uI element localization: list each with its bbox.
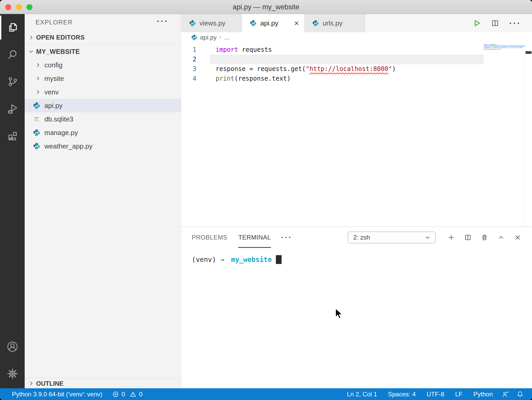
window-title: api.py — my_website — [0, 0, 532, 14]
status-bar: Python 3.9.0 64-bit ('venv': venv) 0 0 L… — [0, 388, 532, 400]
tab-label: urls.py — [323, 19, 343, 27]
code-line-1: 1 import requests — [181, 45, 532, 55]
folder-config[interactable]: config — [25, 58, 181, 72]
warning-icon — [130, 391, 136, 398]
files-icon — [7, 22, 18, 33]
split-editor-button[interactable] — [491, 19, 499, 27]
bottom-panel: PROBLEMS TERMINAL ··· 2: zsh — [181, 227, 532, 388]
python-icon — [191, 34, 197, 41]
tab-label: api.py — [260, 19, 278, 27]
error-squiggle-url: http://localhost:8000 — [309, 65, 388, 73]
tab-api-py[interactable]: api.py × — [242, 14, 304, 32]
activity-extensions[interactable] — [0, 122, 25, 149]
terminal-arrow: → — [220, 256, 224, 263]
open-editors-section[interactable]: OPEN EDITORS — [25, 30, 181, 45]
python-icon — [189, 20, 196, 27]
tab-urls-py[interactable]: urls.py — [304, 14, 365, 32]
minimap[interactable]: import requests response = requests.get(… — [484, 44, 525, 50]
chevron-right-icon — [35, 76, 41, 81]
indentation-status[interactable]: Spaces: 4 — [383, 391, 421, 398]
run-file-button[interactable] — [473, 19, 481, 27]
outline-section[interactable]: OUTLINE — [25, 378, 181, 388]
folder-venv[interactable]: venv — [25, 85, 181, 99]
terminal-shell-select[interactable]: 2: zsh — [348, 231, 436, 243]
close-tab-icon[interactable]: × — [294, 19, 299, 27]
file-weather-app-py[interactable]: weather_app.py — [25, 139, 181, 153]
activity-explorer[interactable] — [0, 14, 25, 41]
code-line-3: 3 response = requests.get("http://localh… — [181, 64, 532, 74]
problems-status[interactable]: 0 0 — [112, 391, 143, 398]
vscode-window: api.py — my_website — [0, 0, 532, 400]
chevron-right-icon — [28, 380, 34, 386]
terminal-cursor — [276, 255, 282, 264]
breadcrumb-file[interactable]: api.py — [200, 34, 217, 41]
language-mode-status[interactable]: Python — [468, 391, 498, 398]
activity-bar — [0, 14, 25, 388]
terminal-cwd: my_website — [231, 256, 272, 263]
bell-icon[interactable] — [513, 390, 527, 398]
terminal-prompt[interactable]: (venv) → my_website — [192, 255, 532, 264]
kill-terminal-button[interactable] — [481, 234, 488, 241]
file-manage-py[interactable]: manage.py — [25, 126, 181, 139]
terminal-venv: (venv) — [192, 256, 216, 263]
new-terminal-button[interactable] — [447, 234, 455, 241]
code-line-4: 4 print(response.text) — [181, 74, 532, 83]
overview-ruler-marker — [526, 51, 531, 54]
error-icon — [112, 391, 119, 398]
line-number: 2 — [181, 55, 196, 64]
tab-bar: views.py api.py × — [181, 14, 532, 32]
database-file-icon — [33, 115, 40, 123]
mouse-cursor — [333, 308, 344, 320]
python-icon — [33, 143, 40, 150]
tab-terminal[interactable]: TERMINAL — [238, 227, 271, 248]
python-icon — [250, 20, 257, 27]
chevron-down-icon — [424, 234, 431, 241]
chevron-right-icon — [35, 62, 41, 68]
maximize-panel-button[interactable] — [497, 234, 505, 241]
chevron-down-icon — [28, 49, 34, 54]
eol-status[interactable]: LF — [450, 391, 468, 398]
chevron-right-icon — [28, 35, 34, 40]
split-terminal-button[interactable] — [464, 234, 472, 241]
chevron-right-icon: › — [219, 34, 221, 41]
overview-ruler[interactable] — [525, 43, 532, 227]
panel-more-actions-button[interactable]: ··· — [281, 233, 292, 242]
file-tree: MY_WEBSITE config mysite venv — [25, 45, 181, 153]
source-control-icon — [7, 76, 18, 87]
folder-mysite[interactable]: mysite — [25, 72, 181, 85]
cursor-position-status[interactable]: Ln 2, Col 1 — [341, 391, 382, 398]
file-api-py[interactable]: api.py — [25, 99, 181, 112]
breadcrumb-symbol[interactable]: … — [224, 34, 230, 41]
breadcrumb[interactable]: api.py › … — [181, 32, 532, 43]
chevron-right-icon — [35, 89, 41, 95]
activity-account[interactable] — [0, 333, 25, 360]
line-number: 3 — [181, 64, 196, 74]
tab-label: views.py — [200, 19, 225, 27]
python-interpreter-status[interactable]: Python 3.9.0 64-bit ('venv': venv) — [12, 391, 102, 398]
editor-more-actions-button[interactable]: ··· — [509, 18, 521, 28]
search-icon — [7, 49, 18, 60]
gear-icon — [6, 368, 18, 380]
editor-group: views.py api.py × — [181, 14, 532, 388]
file-db-sqlite3[interactable]: db.sqlite3 — [25, 112, 181, 126]
close-panel-button[interactable] — [514, 234, 522, 241]
explorer-more-actions-button[interactable]: ··· — [157, 16, 169, 26]
activity-search[interactable] — [0, 41, 25, 68]
feedback-icon[interactable] — [498, 390, 513, 398]
activity-source-control[interactable] — [0, 68, 25, 95]
encoding-status[interactable]: UTF-8 — [421, 391, 450, 398]
python-icon — [312, 20, 319, 27]
code-editor[interactable]: 1 import requests 2 3 response = request… — [181, 43, 532, 227]
explorer-title: EXPLORER — [36, 19, 73, 26]
python-icon — [33, 102, 40, 109]
code-line-2-current: 2 — [181, 55, 532, 64]
account-icon — [6, 341, 18, 353]
activity-run-debug[interactable] — [0, 95, 25, 122]
tab-views-py[interactable]: views.py — [181, 14, 242, 32]
tree-root-my-website[interactable]: MY_WEBSITE — [25, 45, 181, 58]
run-debug-icon — [7, 103, 18, 114]
tab-problems[interactable]: PROBLEMS — [192, 227, 227, 248]
activity-settings[interactable] — [0, 360, 25, 387]
extensions-icon — [7, 130, 18, 141]
python-icon — [33, 129, 40, 136]
